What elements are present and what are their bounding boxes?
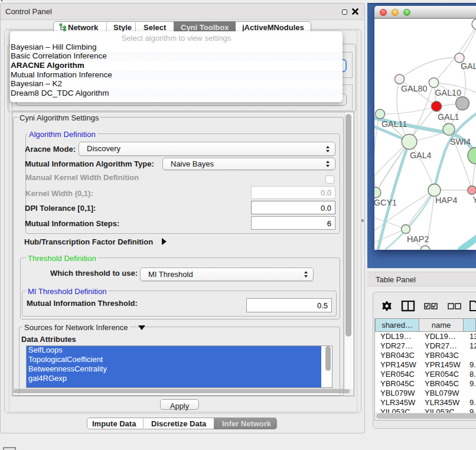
svg-text:GAL11: GAL11: [382, 119, 407, 129]
svg-text:GAL1: GAL1: [438, 112, 459, 122]
svg-text:GAL80: GAL80: [401, 84, 428, 93]
svg-text:SWI4: SWI4: [450, 137, 471, 146]
svg-text:GAL4: GAL4: [410, 151, 432, 160]
svg-text:HAP4: HAP4: [435, 195, 457, 205]
svg-text:GAL10: GAL10: [435, 88, 462, 97]
svg-text:GAL: GAL: [461, 61, 476, 71]
svg-text:GCY1: GCY1: [374, 198, 397, 207]
svg-text:Y: Y: [472, 195, 476, 204]
svg-text:HAP2: HAP2: [407, 234, 429, 244]
